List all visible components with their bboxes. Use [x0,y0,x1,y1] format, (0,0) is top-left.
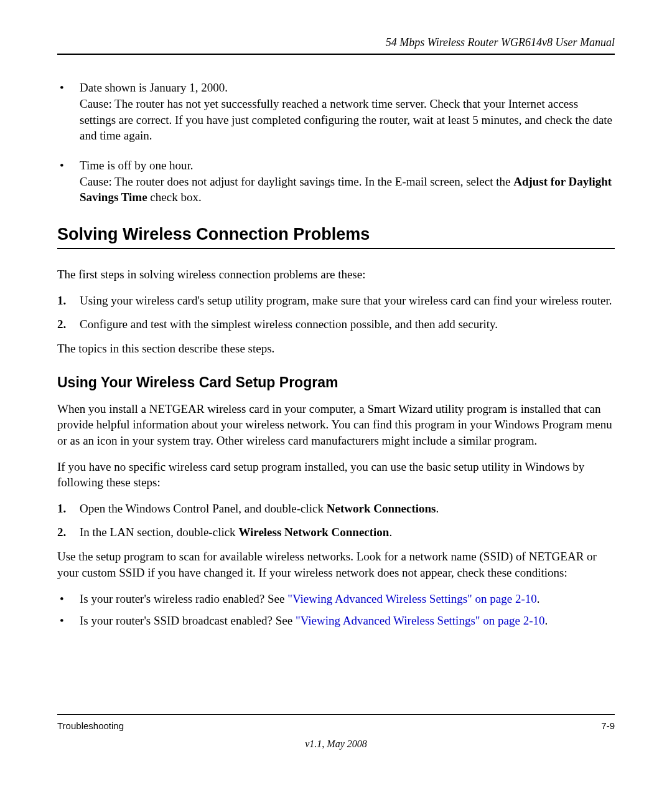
paragraph: The first steps in solving wireless conn… [57,267,615,283]
ordered-number: 1. [57,501,80,517]
footer-section: Troubleshooting [57,720,124,732]
bullet-post: . [545,614,548,627]
bullet-marker: • [57,613,80,629]
bullet-content: Date shown is January 1, 2000. Cause: Th… [80,80,615,144]
cross-reference-link[interactable]: "Viewing Advanced Wireless Settings" on … [296,614,545,627]
bullet-item: • Is your router's SSID broadcast enable… [57,613,615,629]
bullet-marker: • [57,158,80,205]
bullet-content: Time is off by one hour. Cause: The rout… [80,158,615,205]
footer-version: v1.1, May 2008 [0,737,672,751]
bullet-content: Is your router's wireless radio enabled?… [80,591,615,607]
heading-solving-wireless: Solving Wireless Connection Problems [57,223,615,249]
ordered-content: In the LAN section, double-click Wireles… [80,524,615,540]
ordered-content: Open the Windows Control Panel, and doub… [80,501,615,517]
heading-wireless-card-setup: Using Your Wireless Card Setup Program [57,373,615,392]
bullet-line2-post: check box. [147,191,202,204]
ordered-post: . [436,502,439,515]
paragraph: The topics in this section describe thes… [57,341,615,357]
ordered-number: 2. [57,316,80,333]
footer-page-number: 7-9 [601,720,615,732]
ordered-item: 2. Configure and test with the simplest … [57,316,615,333]
bullet-pre: Is your router's wireless radio enabled?… [80,592,287,605]
bullet-item: • Time is off by one hour. Cause: The ro… [57,158,615,205]
document-title: 54 Mbps Wireless Router WGR614v8 User Ma… [386,36,615,49]
page-header: 54 Mbps Wireless Router WGR614v8 User Ma… [57,35,615,55]
bullet-post: . [537,592,540,605]
ordered-number: 2. [57,524,80,540]
bullet-line2-pre: Cause: The router does not adjust for da… [80,175,513,188]
ordered-bold: Wireless Network Connection [238,526,389,539]
bullet-line2: Cause: The router has not yet successful… [80,97,612,142]
ordered-list-2: 1. Open the Windows Control Panel, and d… [57,501,615,540]
bullet-list-bottom: • Is your router's wireless radio enable… [57,591,615,629]
ordered-post: . [389,526,392,539]
bullet-marker: • [57,591,80,607]
ordered-pre: Open the Windows Control Panel, and doub… [80,502,327,515]
ordered-item: 1. Open the Windows Control Panel, and d… [57,501,615,517]
ordered-list-1: 1. Using your wireless card's setup util… [57,293,615,332]
ordered-pre: In the LAN section, double-click [80,526,238,539]
ordered-bold: Network Connections [327,502,436,515]
ordered-text: Configure and test with the simplest wir… [80,316,615,333]
bullet-line1: Date shown is January 1, 2000. [80,81,228,94]
paragraph: Use the setup program to scan for availa… [57,549,615,580]
ordered-text: Using your wireless card's setup utility… [80,293,615,309]
ordered-item: 1. Using your wireless card's setup util… [57,293,615,309]
bullet-content: Is your router's SSID broadcast enabled?… [80,613,615,629]
bullet-pre: Is your router's SSID broadcast enabled?… [80,614,296,627]
cross-reference-link[interactable]: "Viewing Advanced Wireless Settings" on … [287,592,537,605]
bullet-list-top: • Date shown is January 1, 2000. Cause: … [57,80,615,205]
page-footer: Troubleshooting 7-9 [57,714,615,732]
paragraph: When you install a NETGEAR wireless card… [57,401,615,449]
ordered-item: 2. In the LAN section, double-click Wire… [57,524,615,540]
bullet-marker: • [57,80,80,144]
bullet-line1: Time is off by one hour. [80,159,194,172]
bullet-item: • Date shown is January 1, 2000. Cause: … [57,80,615,144]
bullet-item: • Is your router's wireless radio enable… [57,591,615,607]
paragraph: If you have no specific wireless card se… [57,459,615,491]
ordered-number: 1. [57,293,80,309]
